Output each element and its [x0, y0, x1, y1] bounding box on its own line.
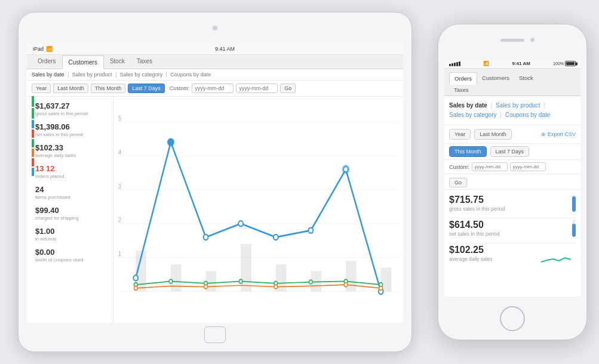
- ipad-filter-year[interactable]: Year: [32, 84, 51, 93]
- iphone-custom-row: Custom:: [444, 160, 580, 174]
- svg-point-22: [238, 221, 243, 226]
- iphone-export-csv-button[interactable]: ⊕ Export CSV: [541, 131, 576, 137]
- ipad-tab-orders[interactable]: Orders: [32, 55, 62, 69]
- svg-point-36: [134, 286, 137, 290]
- ipad-stat-refunds: $1.00 in refunds: [35, 227, 108, 242]
- ipad-tab-taxes[interactable]: Taxes: [131, 55, 158, 69]
- svg-rect-12: [171, 264, 182, 292]
- iphone-subnav-sep2: |: [543, 102, 545, 109]
- ipad-shipping-label: charged for shipping: [35, 215, 108, 221]
- ipad-refunds-label: in refunds: [35, 236, 108, 242]
- iphone-net-sales-bar-outer: [572, 220, 576, 237]
- iphone-wifi-icon: 📶: [483, 61, 489, 66]
- ipad-subnav-sales-by-date[interactable]: Sales by date: [32, 72, 69, 78]
- iphone-filter-last-month[interactable]: Last Month: [474, 129, 512, 140]
- ipad-net-sales-value: $1,398.06: [35, 122, 108, 131]
- ipad-orders-value: 13 12: [35, 164, 108, 173]
- iphone-filter-year[interactable]: Year: [449, 129, 471, 140]
- iphone-tab-customers[interactable]: Customers: [477, 72, 514, 84]
- iphone-filter-row-2: This Month Last 7 Days: [444, 144, 580, 160]
- svg-point-24: [309, 228, 314, 233]
- ipad-custom-date-end[interactable]: [236, 84, 278, 93]
- ipad-tab-stock[interactable]: Stock: [104, 55, 131, 69]
- iphone-stats-area: $715.75 gross sales in this period $614.…: [444, 190, 580, 273]
- ipad-stat-items: 24 items purchased: [35, 185, 108, 200]
- ipad-coupons-label: worth of coupons used: [35, 257, 108, 263]
- svg-point-29: [169, 279, 173, 283]
- iphone-filter-last-7-days[interactable]: Last 7 Days: [490, 146, 530, 157]
- ipad-stat-gross-sales: $1,637.27 gross sales in this period: [35, 101, 108, 116]
- ipad-filter-last-7-days[interactable]: Last 7 Days: [128, 84, 165, 93]
- ipad-time: 9:41 AM: [215, 46, 235, 52]
- ipad-status-bar: iPad 📶 9:41 AM: [27, 44, 403, 55]
- iphone-gross-sales-bar-outer: [572, 195, 576, 212]
- ipad-avg-daily-label: average daily sales: [35, 153, 108, 158]
- ipad-home-button[interactable]: [204, 326, 226, 343]
- ipad-stat-orders: 13 12 orders placed: [35, 164, 108, 179]
- svg-point-39: [344, 283, 348, 287]
- ipad-shipping-value: $99.40: [35, 206, 108, 215]
- iphone-avg-chart: [541, 253, 571, 265]
- ipad-device-label: iPad: [33, 46, 44, 52]
- svg-point-21: [204, 235, 208, 240]
- iphone-tab-stock[interactable]: Stock: [514, 72, 538, 84]
- iphone-filter-this-month[interactable]: This Month: [449, 146, 487, 157]
- ipad-subnav-coupons-by-date[interactable]: Coupons by date: [167, 72, 214, 78]
- ipad-go-button[interactable]: Go: [280, 84, 296, 93]
- ipad-chart-area: 5 4 3 2 1: [113, 97, 403, 323]
- svg-point-37: [204, 285, 208, 289]
- iphone-tab-orders[interactable]: Orders: [449, 72, 477, 85]
- ipad-status-left: iPad 📶: [33, 46, 53, 52]
- ipad-sub-nav: Sales by date Sales by product Sales by …: [27, 69, 403, 81]
- ipad-wifi-icon: 📶: [46, 46, 53, 52]
- iphone-subnav-sales-by-category[interactable]: Sales by category: [449, 112, 497, 118]
- svg-rect-17: [346, 261, 357, 291]
- iphone-export-label: Export CSV: [548, 131, 576, 137]
- svg-point-23: [274, 235, 278, 240]
- iphone-home-button[interactable]: [500, 306, 525, 331]
- iphone-stat-net-sales: $614.50 net sales in this period: [449, 220, 576, 237]
- iphone-custom-date-end[interactable]: [510, 162, 546, 171]
- iphone-time: 9:41 AM: [512, 61, 530, 66]
- iphone-subnav-coupons-by-date[interactable]: Coupons by date: [505, 112, 551, 118]
- iphone-custom-date-start[interactable]: [472, 162, 508, 171]
- ipad-gross-sales-label: gross sales in this period: [35, 111, 108, 116]
- iphone-net-sales-bar: [572, 224, 576, 237]
- ipad-tab-bar: Orders Customers Stock Taxes: [27, 55, 403, 69]
- ipad-screen: iPad 📶 9:41 AM Orders Customers Stock Ta…: [27, 44, 403, 323]
- iphone-go-button[interactable]: Go: [449, 178, 467, 187]
- ipad-custom-date-start[interactable]: [192, 84, 234, 93]
- ipad-subnav-sales-by-category[interactable]: Sales by category: [116, 72, 167, 78]
- scene: iPad 📶 9:41 AM Orders Customers Stock Ta…: [0, 0, 599, 364]
- ipad-coupons-value: $0.00: [35, 248, 108, 257]
- ipad-sidebar: $1,637.27 gross sales in this period $1,…: [27, 97, 113, 323]
- iphone-subnav-sales-by-date[interactable]: Sales by date: [449, 102, 487, 109]
- ipad-custom-label: Custom:: [170, 85, 190, 91]
- iphone-signal-icon: [449, 61, 460, 66]
- iphone-net-sales-value: $614.50: [449, 220, 576, 230]
- iphone-net-sales-label: net sales in this period: [449, 231, 576, 237]
- iphone-battery-icon: [565, 61, 576, 66]
- ipad-stat-shipping: $99.40 charged for shipping: [35, 206, 108, 221]
- iphone-status-bar: 📶 9:41 AM 100%: [444, 59, 580, 69]
- ipad-time-filters: Year Last Month This Month Last 7 Days C…: [27, 81, 403, 97]
- svg-point-19: [133, 275, 138, 280]
- ipad-subnav-sales-by-product[interactable]: Sales by product: [69, 72, 116, 78]
- ipad-stat-avg-daily: $102.33 average daily sales: [35, 143, 108, 158]
- iphone-stat-avg-daily: $102.25 average daily sales: [449, 245, 576, 262]
- ipad-filter-last-month[interactable]: Last Month: [53, 84, 88, 93]
- ipad-filter-this-month[interactable]: This Month: [91, 84, 126, 93]
- iphone-filter-row-1: Year Last Month ⊕ Export CSV: [444, 125, 580, 144]
- ipad-chart-svg: 5 4 3 2 1: [118, 101, 398, 319]
- svg-point-33: [309, 280, 313, 284]
- ipad-gross-sales-value: $1,637.27: [35, 101, 108, 110]
- iphone-battery: 100%: [553, 61, 576, 66]
- iphone-camera: [530, 38, 535, 42]
- iphone-gross-sales-value: $715.75: [449, 195, 576, 205]
- iphone-subnav-sales-by-product[interactable]: Sales by product: [496, 102, 540, 109]
- iphone-tab-taxes[interactable]: Taxes: [449, 84, 474, 95]
- ipad-tab-customers[interactable]: Customers: [62, 55, 104, 69]
- svg-text:2: 2: [118, 217, 121, 224]
- iphone-subnav-sep1: |: [491, 102, 493, 109]
- svg-point-20: [168, 139, 174, 146]
